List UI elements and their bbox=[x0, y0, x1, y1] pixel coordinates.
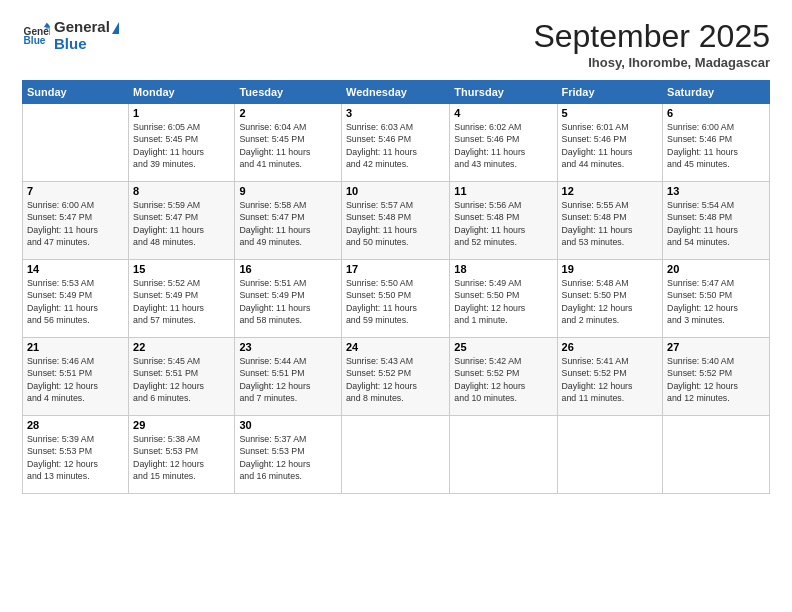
day-info: Sunrise: 5:54 AMSunset: 5:48 PMDaylight:… bbox=[667, 199, 765, 248]
info-line-1: Sunset: 5:49 PM bbox=[27, 289, 124, 301]
cell-w4-d4: 24Sunrise: 5:43 AMSunset: 5:52 PMDayligh… bbox=[341, 338, 449, 416]
info-line-3: and 4 minutes. bbox=[27, 392, 124, 404]
day-number: 12 bbox=[562, 185, 659, 197]
info-line-3: and 16 minutes. bbox=[239, 470, 337, 482]
day-info: Sunrise: 5:44 AMSunset: 5:51 PMDaylight:… bbox=[239, 355, 337, 404]
day-info: Sunrise: 5:38 AMSunset: 5:53 PMDaylight:… bbox=[133, 433, 230, 482]
info-line-0: Sunrise: 5:45 AM bbox=[133, 355, 230, 367]
info-line-1: Sunset: 5:49 PM bbox=[133, 289, 230, 301]
cell-w5-d6 bbox=[557, 416, 663, 494]
cell-w3-d4: 17Sunrise: 5:50 AMSunset: 5:50 PMDayligh… bbox=[341, 260, 449, 338]
day-number: 16 bbox=[239, 263, 337, 275]
info-line-0: Sunrise: 5:52 AM bbox=[133, 277, 230, 289]
header: General Blue General Blue September 2025… bbox=[22, 18, 770, 70]
info-line-2: Daylight: 12 hours bbox=[454, 302, 552, 314]
cell-w4-d7: 27Sunrise: 5:40 AMSunset: 5:52 PMDayligh… bbox=[663, 338, 770, 416]
info-line-3: and 57 minutes. bbox=[133, 314, 230, 326]
info-line-1: Sunset: 5:47 PM bbox=[239, 211, 337, 223]
info-line-1: Sunset: 5:50 PM bbox=[346, 289, 445, 301]
info-line-1: Sunset: 5:50 PM bbox=[667, 289, 765, 301]
cell-w1-d4: 3Sunrise: 6:03 AMSunset: 5:46 PMDaylight… bbox=[341, 104, 449, 182]
day-info: Sunrise: 5:49 AMSunset: 5:50 PMDaylight:… bbox=[454, 277, 552, 326]
info-line-3: and 43 minutes. bbox=[454, 158, 552, 170]
day-info: Sunrise: 6:01 AMSunset: 5:46 PMDaylight:… bbox=[562, 121, 659, 170]
info-line-1: Sunset: 5:47 PM bbox=[133, 211, 230, 223]
info-line-3: and 42 minutes. bbox=[346, 158, 445, 170]
day-info: Sunrise: 6:05 AMSunset: 5:45 PMDaylight:… bbox=[133, 121, 230, 170]
cell-w3-d1: 14Sunrise: 5:53 AMSunset: 5:49 PMDayligh… bbox=[23, 260, 129, 338]
day-info: Sunrise: 5:45 AMSunset: 5:51 PMDaylight:… bbox=[133, 355, 230, 404]
week-row-3: 14Sunrise: 5:53 AMSunset: 5:49 PMDayligh… bbox=[23, 260, 770, 338]
info-line-3: and 59 minutes. bbox=[346, 314, 445, 326]
day-number: 29 bbox=[133, 419, 230, 431]
cell-w1-d6: 5Sunrise: 6:01 AMSunset: 5:46 PMDaylight… bbox=[557, 104, 663, 182]
day-info: Sunrise: 5:58 AMSunset: 5:47 PMDaylight:… bbox=[239, 199, 337, 248]
cell-w4-d6: 26Sunrise: 5:41 AMSunset: 5:52 PMDayligh… bbox=[557, 338, 663, 416]
info-line-1: Sunset: 5:46 PM bbox=[346, 133, 445, 145]
info-line-2: Daylight: 12 hours bbox=[562, 380, 659, 392]
cell-w3-d2: 15Sunrise: 5:52 AMSunset: 5:49 PMDayligh… bbox=[129, 260, 235, 338]
cell-w5-d3: 30Sunrise: 5:37 AMSunset: 5:53 PMDayligh… bbox=[235, 416, 342, 494]
info-line-1: Sunset: 5:52 PM bbox=[346, 367, 445, 379]
info-line-3: and 54 minutes. bbox=[667, 236, 765, 248]
title-section: September 2025 Ihosy, Ihorombe, Madagasc… bbox=[533, 18, 770, 70]
day-number: 17 bbox=[346, 263, 445, 275]
info-line-1: Sunset: 5:49 PM bbox=[239, 289, 337, 301]
cell-w4-d1: 21Sunrise: 5:46 AMSunset: 5:51 PMDayligh… bbox=[23, 338, 129, 416]
day-number: 13 bbox=[667, 185, 765, 197]
month-title: September 2025 bbox=[533, 18, 770, 55]
info-line-0: Sunrise: 6:00 AM bbox=[667, 121, 765, 133]
cell-w4-d3: 23Sunrise: 5:44 AMSunset: 5:51 PMDayligh… bbox=[235, 338, 342, 416]
week-row-4: 21Sunrise: 5:46 AMSunset: 5:51 PMDayligh… bbox=[23, 338, 770, 416]
info-line-0: Sunrise: 6:04 AM bbox=[239, 121, 337, 133]
cell-w5-d4 bbox=[341, 416, 449, 494]
info-line-3: and 15 minutes. bbox=[133, 470, 230, 482]
cell-w2-d1: 7Sunrise: 6:00 AMSunset: 5:47 PMDaylight… bbox=[23, 182, 129, 260]
info-line-3: and 10 minutes. bbox=[454, 392, 552, 404]
info-line-1: Sunset: 5:47 PM bbox=[27, 211, 124, 223]
info-line-2: Daylight: 11 hours bbox=[346, 224, 445, 236]
day-number: 1 bbox=[133, 107, 230, 119]
info-line-2: Daylight: 12 hours bbox=[667, 302, 765, 314]
logo-icon: General Blue bbox=[22, 21, 50, 49]
svg-text:Blue: Blue bbox=[24, 36, 46, 47]
day-info: Sunrise: 5:37 AMSunset: 5:53 PMDaylight:… bbox=[239, 433, 337, 482]
info-line-3: and 49 minutes. bbox=[239, 236, 337, 248]
info-line-2: Daylight: 11 hours bbox=[239, 224, 337, 236]
info-line-2: Daylight: 11 hours bbox=[346, 146, 445, 158]
day-number: 5 bbox=[562, 107, 659, 119]
location-subtitle: Ihosy, Ihorombe, Madagascar bbox=[533, 55, 770, 70]
info-line-1: Sunset: 5:53 PM bbox=[133, 445, 230, 457]
info-line-2: Daylight: 12 hours bbox=[27, 380, 124, 392]
day-number: 23 bbox=[239, 341, 337, 353]
info-line-2: Daylight: 11 hours bbox=[27, 224, 124, 236]
info-line-2: Daylight: 11 hours bbox=[667, 146, 765, 158]
col-saturday: Saturday bbox=[663, 81, 770, 104]
info-line-1: Sunset: 5:46 PM bbox=[454, 133, 552, 145]
info-line-3: and 47 minutes. bbox=[27, 236, 124, 248]
info-line-1: Sunset: 5:53 PM bbox=[27, 445, 124, 457]
info-line-1: Sunset: 5:51 PM bbox=[239, 367, 337, 379]
info-line-0: Sunrise: 5:56 AM bbox=[454, 199, 552, 211]
col-sunday: Sunday bbox=[23, 81, 129, 104]
cell-w1-d5: 4Sunrise: 6:02 AMSunset: 5:46 PMDaylight… bbox=[450, 104, 557, 182]
info-line-1: Sunset: 5:48 PM bbox=[346, 211, 445, 223]
day-info: Sunrise: 5:55 AMSunset: 5:48 PMDaylight:… bbox=[562, 199, 659, 248]
info-line-0: Sunrise: 5:47 AM bbox=[667, 277, 765, 289]
info-line-0: Sunrise: 5:43 AM bbox=[346, 355, 445, 367]
cell-w1-d1 bbox=[23, 104, 129, 182]
info-line-3: and 44 minutes. bbox=[562, 158, 659, 170]
col-monday: Monday bbox=[129, 81, 235, 104]
info-line-2: Daylight: 11 hours bbox=[133, 302, 230, 314]
day-info: Sunrise: 6:00 AMSunset: 5:46 PMDaylight:… bbox=[667, 121, 765, 170]
logo-blue: Blue bbox=[54, 35, 119, 52]
info-line-3: and 53 minutes. bbox=[562, 236, 659, 248]
cell-w4-d5: 25Sunrise: 5:42 AMSunset: 5:52 PMDayligh… bbox=[450, 338, 557, 416]
info-line-0: Sunrise: 5:50 AM bbox=[346, 277, 445, 289]
info-line-0: Sunrise: 5:58 AM bbox=[239, 199, 337, 211]
day-info: Sunrise: 5:50 AMSunset: 5:50 PMDaylight:… bbox=[346, 277, 445, 326]
info-line-3: and 6 minutes. bbox=[133, 392, 230, 404]
info-line-3: and 12 minutes. bbox=[667, 392, 765, 404]
day-number: 8 bbox=[133, 185, 230, 197]
cell-w4-d2: 22Sunrise: 5:45 AMSunset: 5:51 PMDayligh… bbox=[129, 338, 235, 416]
